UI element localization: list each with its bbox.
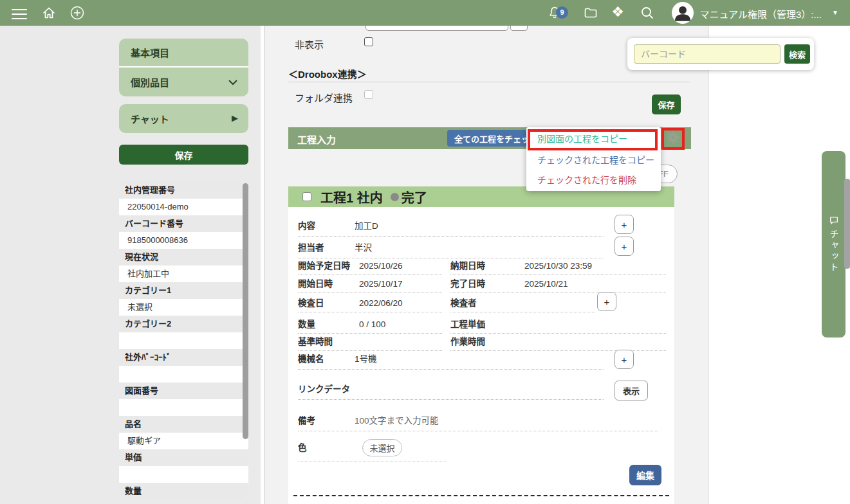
item-info-panel: 社内管理番号 22050014-demo バーコード番号 91850000086…: [119, 182, 248, 500]
arrow-right-icon: ▶: [232, 113, 238, 123]
sidebar-item-chat[interactable]: チャット ▶: [119, 104, 248, 133]
sidebar-nav-group: 基本項目 個別品目: [119, 39, 248, 96]
add-assignee-button[interactable]: +: [614, 237, 634, 256]
info-field-label: 社内管理番号: [119, 182, 248, 199]
info-field-value[interactable]: [119, 332, 248, 349]
field-label: 納期日時: [450, 258, 524, 271]
section-divider: [288, 82, 690, 82]
field-value: 1号機: [355, 354, 377, 364]
info-field-label: カテゴリー1: [119, 282, 248, 299]
show-link-data-button[interactable]: 表示: [614, 381, 648, 401]
chat-bubble-icon: [829, 215, 839, 226]
field-row-link-data[interactable]: リンクデータ: [298, 382, 604, 400]
field-value: 2025/10/30 23:59: [524, 261, 592, 271]
info-field-label: 数量: [119, 483, 248, 500]
chat-tab-label: チャット: [827, 230, 840, 273]
barcode-search-card: 検索: [627, 38, 814, 70]
field-row-machine[interactable]: 機械名1号機: [298, 352, 604, 370]
field-row-remarks[interactable]: 備考100文字まで入力可能: [298, 413, 658, 431]
field-placeholder: 100文字まで入力可能: [355, 416, 439, 426]
process-1-card: 工程1 社内 完了 内容加工D + 担当者半沢 + 開始予定日時2025/10/…: [288, 186, 674, 504]
field-work-time[interactable]: 作業時間: [450, 334, 666, 351]
field-label: リンクデータ: [298, 382, 350, 395]
sidebar-item-basic-label: 基本項目: [131, 46, 169, 59]
field-value: 2025/10/26: [359, 261, 403, 271]
sidebar-item-individual-label: 個別品目: [131, 75, 169, 89]
field-unit-price[interactable]: 工程単価: [450, 317, 666, 334]
info-panel-scrollbar[interactable]: [243, 183, 248, 439]
info-field-label: 品名: [119, 416, 248, 433]
sidebar-save-button[interactable]: 保存: [119, 145, 248, 165]
hidden-field-label: 非表示: [295, 37, 324, 51]
field-planned-start[interactable]: 開始予定日時2025/10/26: [298, 258, 442, 275]
info-field-value[interactable]: 22050014-demo: [119, 199, 248, 215]
edit-button[interactable]: 編集: [629, 465, 661, 485]
sidebar-chat-group: チャット ▶: [119, 104, 248, 133]
field-standard-time[interactable]: 基準時間: [298, 334, 442, 351]
folder-link-checkbox[interactable]: [364, 90, 373, 99]
sidebar-item-basic[interactable]: 基本項目: [119, 39, 248, 66]
info-field-label: 社外ﾊﾞｰｺｰﾄﾞ: [119, 349, 248, 366]
info-field-label: 現在状況: [119, 249, 248, 266]
field-quantity[interactable]: 数量0 / 100: [298, 317, 442, 334]
field-label: 担当者: [298, 240, 355, 253]
add-icon[interactable]: [69, 5, 85, 21]
user-menu-label[interactable]: マニュアル権限（管理3）:...: [699, 7, 822, 21]
form-save-button[interactable]: 保存: [652, 94, 681, 114]
info-field-value[interactable]: [119, 466, 248, 483]
info-field-label: カテゴリー2: [119, 316, 248, 332]
info-field-value[interactable]: 駆動ギア: [119, 433, 248, 449]
process-section-title: 工程入力: [297, 132, 336, 146]
field-inspection-date[interactable]: 検査日2022/06/20: [298, 296, 442, 312]
menu-item-delete-checked[interactable]: チェックされた行を削除: [526, 171, 661, 191]
user-avatar[interactable]: [672, 2, 694, 24]
info-field-value[interactable]: 9185000008636: [119, 232, 248, 249]
info-field-label: バーコード番号: [119, 215, 248, 232]
search-icon[interactable]: [640, 5, 655, 21]
field-label: 検査者: [450, 296, 524, 309]
info-field-value[interactable]: 社内加工中: [119, 266, 248, 282]
menu-item-copy-checked[interactable]: チェックされた工程をコピー: [526, 150, 661, 171]
info-field-value[interactable]: [119, 366, 248, 382]
sidebar-item-chat-label: チャット: [131, 112, 169, 125]
barcode-search-button[interactable]: 検索: [784, 44, 810, 64]
field-label: 内容: [298, 219, 355, 231]
chat-side-tab[interactable]: チャット: [822, 151, 845, 338]
process-1-status: 完了: [402, 188, 427, 206]
add-content-button[interactable]: +: [614, 215, 634, 234]
home-icon[interactable]: [41, 5, 57, 21]
field-label: 備考: [298, 413, 355, 426]
field-label: 数量: [298, 317, 359, 330]
field-due[interactable]: 納期日時2025/10/30 23:59: [450, 258, 666, 275]
sidebar-item-individual[interactable]: 個別品目: [119, 68, 248, 96]
process-divider-dashed: [293, 495, 669, 496]
field-label: 機械名: [298, 352, 355, 364]
field-label: 工程単価: [450, 317, 524, 330]
field-inspector[interactable]: 検査者: [450, 296, 595, 312]
hamburger-menu-icon[interactable]: [12, 6, 27, 21]
field-row-content[interactable]: 内容加工D: [298, 219, 604, 237]
process-1-checkbox[interactable]: [302, 192, 311, 201]
caret-down-icon[interactable]: ▼: [832, 9, 838, 16]
field-value: 2025/10/17: [359, 279, 403, 289]
field-label: 完了日時: [450, 276, 524, 289]
folder-icon[interactable]: [583, 5, 598, 21]
dropbox-icon[interactable]: ❖: [610, 4, 625, 19]
annotation-highlight-gear: [661, 128, 685, 150]
field-value: 0 / 100: [359, 320, 385, 329]
field-row-assignee[interactable]: 担当者半沢: [298, 240, 604, 258]
field-value: 2025/10/21: [524, 279, 568, 289]
field-start[interactable]: 開始日時2025/10/17: [298, 276, 442, 293]
page-scrollbar-thumb[interactable]: [844, 179, 850, 269]
info-field-value[interactable]: [119, 399, 248, 416]
field-complete[interactable]: 完了日時2025/10/21: [450, 276, 666, 293]
add-inspector-button[interactable]: +: [597, 292, 616, 311]
person-icon: [672, 2, 694, 24]
add-machine-button[interactable]: +: [614, 350, 634, 369]
barcode-input[interactable]: [634, 44, 781, 64]
field-value: 半沢: [355, 243, 372, 253]
field-label: 基準時間: [298, 334, 359, 347]
info-field-value[interactable]: 未選択: [119, 299, 248, 316]
color-select-pill[interactable]: 未選択: [362, 439, 402, 456]
hidden-checkbox[interactable]: [364, 37, 373, 46]
